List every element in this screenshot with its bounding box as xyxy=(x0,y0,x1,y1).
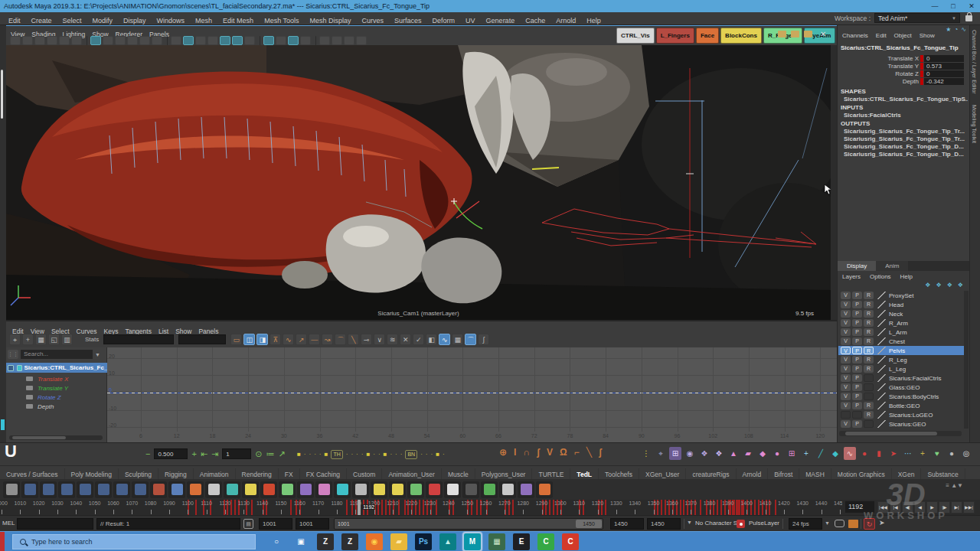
anim-marker[interactable]: · xyxy=(309,451,312,458)
playback-button[interactable]: |◀◀ xyxy=(877,501,889,514)
custom-tool-icon[interactable]: ❖ xyxy=(713,447,725,460)
taskbar-app-icon[interactable]: ▣ xyxy=(292,533,309,550)
viewport-toolbar-icon[interactable] xyxy=(288,36,299,45)
taskbar-search-box[interactable]: Type here to search xyxy=(12,534,256,549)
tangent-tool-icon[interactable]: ╲ xyxy=(348,334,359,345)
custom-tool-icon[interactable]: ╱ xyxy=(815,447,827,460)
viewport-toolbar-icon[interactable] xyxy=(300,36,311,45)
current-frame-field[interactable]: 1192 xyxy=(845,501,874,513)
current-anim-layer-label[interactable]: PulseLayer xyxy=(749,520,779,527)
tangent-tool-icon[interactable]: ↝ xyxy=(322,334,333,345)
layer-visibility-toggle[interactable]: V xyxy=(841,347,851,354)
filter-icon[interactable]: ⋮⋮ xyxy=(8,350,18,359)
layer-editor-tool-icon[interactable]: ❖ xyxy=(925,282,930,289)
search-input[interactable]: Search... xyxy=(21,350,93,359)
layer-color-swatch[interactable] xyxy=(877,310,887,318)
custom-tool-icon[interactable]: ◉ xyxy=(684,447,696,460)
taskbar-app-icon[interactable]: Z xyxy=(317,533,334,550)
auto-keyframe-toggle[interactable]: ↻ xyxy=(864,518,875,530)
layer-visibility-toggle[interactable]: V xyxy=(841,402,851,409)
anim-marker[interactable]: · xyxy=(314,451,316,458)
layer-visibility-toggle[interactable]: V xyxy=(841,337,851,345)
attribute-value-field[interactable]: 0.573 xyxy=(924,63,964,70)
layer-playback-toggle[interactable]: P xyxy=(852,365,862,373)
rig-visibility-button[interactable]: Face xyxy=(696,28,719,44)
layer-row[interactable]: V P Glass:GEO xyxy=(838,383,964,392)
custom-tool-icon[interactable]: ∿ xyxy=(844,447,856,460)
step-value-field[interactable]: 1 xyxy=(222,448,251,459)
lock-icon[interactable] xyxy=(965,15,972,21)
taskbar-app-icon[interactable]: ○ xyxy=(268,533,285,550)
layer-display-type-toggle[interactable]: R xyxy=(864,310,874,318)
layer-row[interactable]: V P Sicarius:BodyCtrls xyxy=(838,392,964,401)
curve-snap-icon[interactable]: ↗ xyxy=(279,449,286,459)
viewport-toolbar-icon[interactable] xyxy=(127,36,138,45)
attribute-value-field[interactable]: -0.342 xyxy=(924,78,964,85)
layer-visibility-toggle[interactable]: V xyxy=(841,365,851,373)
anim-marker[interactable]: · xyxy=(400,451,403,458)
shelf-tool-icon[interactable] xyxy=(279,481,296,498)
output-node-item[interactable]: Sicariusrig_Sicarius_Fc_Tongue_Tip_Tr... xyxy=(844,135,968,143)
layer-playback-toggle[interactable]: P xyxy=(852,393,862,400)
anim-marker[interactable]: ■ xyxy=(436,451,439,458)
shelf-tool-icon[interactable] xyxy=(462,481,479,498)
tangent-shape-icon[interactable]: ⌐ xyxy=(574,447,580,458)
shape-node-item[interactable]: Sicarius:CTRL_Sicarius_Fc_Tongue_TipS... xyxy=(844,96,968,103)
layer-playback-toggle[interactable]: P xyxy=(852,347,862,354)
shelf-tool-icon[interactable] xyxy=(242,481,259,498)
channel-box-menu-item[interactable]: Object xyxy=(894,32,912,39)
layer-display-type-toggle[interactable]: R xyxy=(864,292,874,299)
viewport-toolbar-icon[interactable] xyxy=(152,36,162,45)
tangent-tool-icon[interactable]: ◫ xyxy=(243,334,255,345)
layer-visibility-toggle[interactable]: V xyxy=(841,393,851,400)
shelf-tool-icon[interactable] xyxy=(352,481,369,498)
channel-box-menu-item[interactable]: Edit xyxy=(876,32,887,39)
shelf-tool-icon[interactable] xyxy=(58,481,75,498)
selected-object-name[interactable]: Sicarius:CTRL_Sicarius_Fc_Tongue_Tip xyxy=(841,44,967,51)
tangent-tool-icon[interactable]: ✓ xyxy=(413,334,424,345)
layer-playback-toggle[interactable]: P xyxy=(852,356,862,364)
layer-row[interactable]: V P R Bottle:GEO xyxy=(838,401,964,410)
viewport-toolbar-icon[interactable] xyxy=(71,36,82,45)
layer-row[interactable]: V P R Neck xyxy=(838,309,964,318)
animation-start-field[interactable]: 1001 xyxy=(259,518,292,530)
save-layout-icon[interactable] xyxy=(778,31,786,37)
chevron-down-icon[interactable]: ▼ xyxy=(825,520,830,526)
playback-button[interactable]: ◀| xyxy=(902,501,913,514)
layer-visibility-toggle[interactable] xyxy=(841,411,851,419)
shelf-tool-icon[interactable] xyxy=(499,481,516,498)
layer-editor-menu-item[interactable]: Options xyxy=(870,273,891,280)
range-end-handle[interactable]: 1450 xyxy=(576,520,602,528)
attribute-value-field[interactable]: 0 xyxy=(924,55,964,62)
graph-editor-tool-icon[interactable]: ◱ xyxy=(48,334,60,345)
shelf-tool-icon[interactable] xyxy=(95,481,112,498)
taskbar-app-icon[interactable]: ▦ xyxy=(488,533,505,550)
input-node-item[interactable]: Sicarius:FacialCtrls xyxy=(844,112,968,119)
channel-attribute-row[interactable]: Translate X 0 xyxy=(838,54,970,62)
playback-options-icon[interactable] xyxy=(835,520,844,527)
layer-editor-tab[interactable]: Anim xyxy=(876,261,908,271)
anim-layer-icon[interactable] xyxy=(737,520,745,528)
graph-outliner-root-node[interactable]: Sicarius:CTRL_Sicarius_Fc_T xyxy=(6,363,107,373)
layer-color-swatch[interactable] xyxy=(877,292,887,299)
workspace-dropdown[interactable]: Ted Anim* ▼ xyxy=(874,13,960,23)
layer-color-swatch[interactable] xyxy=(877,356,887,364)
playback-button[interactable]: |▶ xyxy=(939,501,950,514)
custom-tool-icon[interactable]: ◆ xyxy=(756,447,769,460)
layer-playback-toggle[interactable]: P xyxy=(852,319,862,327)
anim-marker[interactable]: · xyxy=(443,451,445,458)
taskbar-app-icon[interactable]: M xyxy=(464,533,481,550)
graph-editor-tool-icon[interactable]: ▥ xyxy=(61,334,73,345)
tangent-tool-icon[interactable]: ✕ xyxy=(400,334,411,345)
viewport-toolbar-icon[interactable] xyxy=(315,36,316,45)
script-editor-icon[interactable]: ▤ xyxy=(243,519,253,529)
tangent-tool-icon[interactable]: ▦ xyxy=(452,334,463,345)
command-input[interactable] xyxy=(17,518,93,530)
custom-tool-icon[interactable]: + xyxy=(800,447,812,460)
layer-visibility-toggle[interactable]: V xyxy=(841,420,851,428)
layer-playback-toggle[interactable]: P xyxy=(852,402,862,409)
tangent-shape-icon[interactable]: ⊕ xyxy=(499,447,507,458)
layer-visibility-toggle[interactable]: V xyxy=(841,301,851,308)
layer-color-swatch[interactable] xyxy=(877,383,887,391)
evaluation-mode-icon[interactable]: ➤ xyxy=(879,519,885,527)
